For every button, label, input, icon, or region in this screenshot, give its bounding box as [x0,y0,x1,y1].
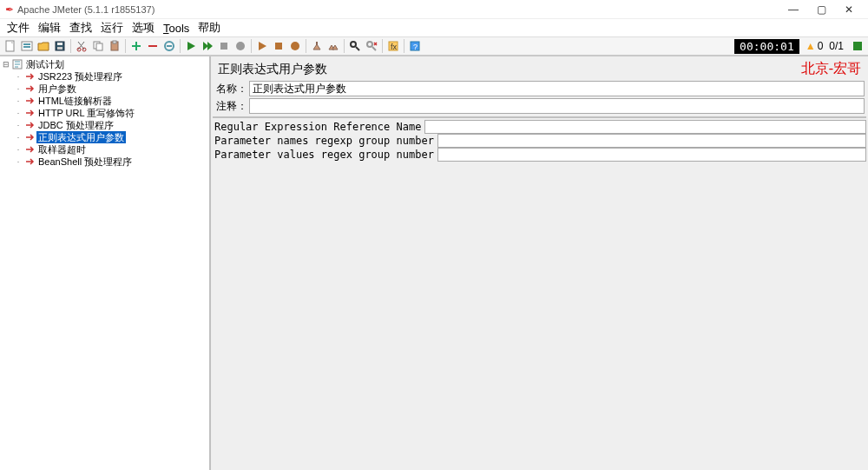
leaf-toggle-icon: · [14,119,23,131]
comment-label: 注释： [214,99,249,114]
leaf-toggle-icon: · [14,107,23,119]
name-label: 名称： [214,82,249,96]
preprocessor-icon [24,132,35,142]
collapse-toggle-icon[interactable]: ⊟ [2,58,10,70]
stop-button[interactable] [216,38,232,54]
divider [213,116,866,118]
search-button[interactable] [347,38,363,54]
remote-start-button[interactable] [254,38,270,54]
tree-item-label: HTML链接解析器 [36,95,114,107]
comment-input[interactable] [249,98,865,114]
svg-rect-2 [23,43,30,45]
watermark: 北京-宏哥 [801,60,861,78]
cut-button[interactable] [74,38,89,54]
tree-item[interactable]: ·JSR223 预处理程序 [2,70,209,83]
leaf-toggle-icon: · [14,83,23,95]
function-helper-button[interactable]: fx [385,38,401,54]
reset-search-button[interactable] [364,38,379,54]
remote-stop-button[interactable] [271,38,286,54]
param-row: Regular Expression Reference Name [213,120,866,134]
detail-header: 正则表达式用户参数 北京-宏哥 [213,58,866,80]
window-title: Apache JMeter (5.1.1 r1855137) [17,4,155,15]
menu-edit[interactable]: 编辑 [35,20,64,36]
thread-indicator-icon [850,38,865,54]
detail-title: 正则表达式用户参数 [218,62,327,77]
start-button[interactable] [183,38,199,54]
title-bar: ✒ Apache JMeter (5.1.1 r1855137) — ▢ ✕ [0,0,868,19]
testplan-icon [12,59,23,70]
copy-button[interactable] [90,38,106,54]
preprocessor-icon [24,71,35,82]
main-content: ⊟ 测试计划 ·JSR223 预处理程序·用户参数·HTML链接解析器·HTTP… [0,56,868,470]
close-button[interactable]: ✕ [835,3,863,16]
leaf-toggle-icon: · [14,156,23,168]
leaf-toggle-icon: · [14,131,23,143]
templates-button[interactable] [19,38,35,54]
param-input-1[interactable] [437,134,866,148]
preprocessor-icon [24,96,35,106]
clear-button[interactable] [309,38,325,54]
open-button[interactable] [36,38,51,54]
start-no-timers-button[interactable] [200,38,215,54]
tree-item[interactable]: ·正则表达式用户参数 [2,131,209,143]
svg-text:?: ? [413,43,418,51]
menu-find[interactable]: 查找 [66,20,95,36]
param-label: Parameter names regexp group number [213,135,437,147]
tree-item[interactable]: ·BeanShell 预处理程序 [2,156,209,168]
svg-rect-18 [316,42,318,45]
comment-row: 注释： [214,98,865,114]
param-row: Parameter names regexp group number [213,134,866,148]
tree-item[interactable]: ·用户参数 [2,83,209,95]
app-icon: ✒ [5,3,14,16]
new-button[interactable] [3,38,18,54]
tree-item[interactable]: ·HTML链接解析器 [2,95,209,107]
preprocessor-icon [24,156,35,167]
name-row: 名称： [214,81,865,96]
leaf-toggle-icon: · [14,95,23,107]
svg-rect-25 [853,42,862,50]
shutdown-button[interactable] [233,38,248,54]
name-input[interactable] [249,81,865,96]
param-label: Parameter values regex group number [213,149,437,161]
tree-item-label: 正则表达式用户参数 [36,131,126,143]
tree-item-label: 用户参数 [36,83,78,95]
param-row: Parameter values regex group number [213,148,866,162]
tree-root[interactable]: ⊟ 测试计划 [2,58,209,70]
maximize-button[interactable]: ▢ [807,3,835,16]
detail-pane: 正则表达式用户参数 北京-宏哥 名称： 注释： Regular Expressi… [211,56,868,470]
tree-pane[interactable]: ⊟ 测试计划 ·JSR223 预处理程序·用户参数·HTML链接解析器·HTTP… [0,56,211,470]
svg-point-15 [236,42,245,50]
remote-shutdown-button[interactable] [287,38,303,54]
svg-point-17 [291,42,299,50]
menu-help[interactable]: 帮助 [194,20,224,36]
minimize-button[interactable]: — [779,3,807,16]
menu-options[interactable]: 选项 [128,20,158,36]
help-button[interactable]: ? [407,38,423,54]
svg-point-20 [367,42,372,47]
toggle-button[interactable] [161,38,177,54]
expand-button[interactable] [128,38,144,54]
menu-tools[interactable]: Tools [160,22,193,35]
tree-item[interactable]: ·HTTP URL 重写修饰符 [2,107,209,119]
tree-item-label: HTTP URL 重写修饰符 [36,107,136,119]
svg-rect-14 [220,43,227,50]
leaf-toggle-icon: · [14,70,23,83]
tree-root-label: 测试计划 [24,58,66,70]
svg-text:fx: fx [391,43,398,51]
tree-item[interactable]: ·JDBC 预处理程序 [2,119,209,131]
collapse-button[interactable] [145,38,161,54]
save-button[interactable] [52,38,68,54]
clear-all-button[interactable] [326,38,341,54]
menu-run[interactable]: 运行 [97,20,127,36]
param-input-2[interactable] [437,148,866,162]
paste-button[interactable] [107,38,122,54]
param-input-0[interactable] [424,120,866,134]
tree-item-label: 取样器超时 [36,143,88,156]
tree-item[interactable]: ·取样器超时 [2,143,209,156]
preprocessor-icon [24,108,35,118]
svg-rect-12 [113,41,116,43]
menu-file[interactable]: 文件 [3,20,33,36]
elapsed-timer: 00:00:01 [734,39,799,54]
leaf-toggle-icon: · [14,143,23,156]
preprocessor-icon [24,83,35,94]
